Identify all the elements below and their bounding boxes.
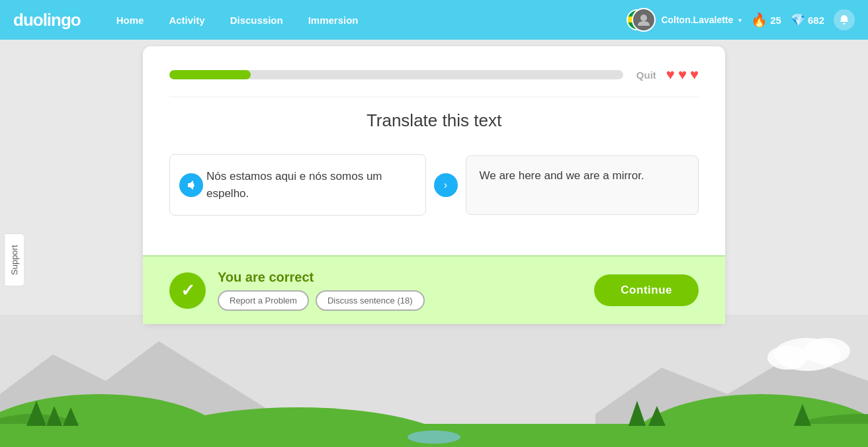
heart-3: ♥ (690, 66, 699, 83)
support-label: Support (9, 245, 19, 276)
streak-count: 25 (770, 15, 781, 26)
heart-1: ♥ (666, 66, 675, 83)
nav-discussion[interactable]: Discussion (221, 9, 292, 31)
arrow-icon: › (444, 179, 447, 191)
flag-avatar (627, 8, 656, 32)
bell-icon (839, 15, 849, 25)
nav-immersion[interactable]: Immersion (299, 9, 368, 31)
translation-area: Nós estamos aqui e nós somos um espelho.… (169, 154, 699, 216)
divider (169, 97, 699, 97)
action-buttons: Report a Problem Discuss sentence (18) (218, 290, 425, 311)
gems-stat: 💎 682 (791, 13, 824, 27)
progress-area: Quit ♥ ♥ ♥ (169, 66, 699, 83)
progress-bar-container (169, 70, 623, 79)
success-text-area: You are correct Report a Problem Discuss… (218, 270, 425, 311)
checkmark-circle: ✓ (169, 272, 206, 309)
notification-bell[interactable] (834, 9, 855, 30)
heart-2: ♥ (678, 66, 687, 83)
speaker-icon (186, 180, 196, 190)
nav-activity[interactable]: Activity (159, 9, 214, 31)
logo-text: duolingo (13, 10, 81, 30)
main-content: Quit ♥ ♥ ♥ Translate this text Nós estam… (0, 40, 868, 447)
quit-button[interactable]: Quit (636, 69, 656, 81)
logo[interactable]: duolingo (13, 10, 81, 30)
success-left: ✓ You are correct Report a Problem Discu… (169, 270, 425, 311)
user-profile[interactable]: Colton.Lavalette ▾ (627, 8, 742, 32)
chevron-down-icon: ▾ (738, 17, 742, 24)
support-tab[interactable]: Support (4, 234, 24, 287)
checkmark-icon: ✓ (181, 280, 195, 301)
progress-fill (169, 70, 251, 79)
streak-stat: 🔥 25 (751, 12, 781, 28)
translation-text: We are here and we are a mirror. (480, 169, 644, 182)
source-box: Nós estamos aqui e nós somos um espelho. (169, 154, 426, 216)
question-title: Translate this text (169, 110, 699, 131)
source-text: Nós estamos aqui e nós somos um espelho. (206, 170, 382, 200)
continue-button[interactable]: Continue (594, 274, 699, 306)
gem-icon: 💎 (791, 13, 805, 27)
gems-count: 682 (808, 15, 824, 26)
fire-icon: 🔥 (751, 12, 767, 28)
svg-point-0 (640, 15, 647, 21)
arrow-separator: › (434, 173, 458, 197)
correct-label: You are correct (218, 270, 425, 285)
quiz-card: Quit ♥ ♥ ♥ Translate this text Nós estam… (143, 46, 725, 324)
main-nav: Home Activity Discussion Immersion (107, 9, 627, 31)
speaker-button[interactable] (179, 173, 203, 197)
hearts-container: ♥ ♥ ♥ (666, 66, 699, 83)
avatar-icon (636, 13, 651, 27)
header-right: Colton.Lavalette ▾ 🔥 25 💎 682 (627, 8, 855, 32)
nav-home[interactable]: Home (107, 9, 153, 31)
discuss-sentence-button[interactable]: Discuss sentence (18) (316, 290, 425, 311)
report-problem-button[interactable]: Report a Problem (218, 290, 309, 311)
username: Colton.Lavalette (661, 15, 733, 25)
header: duolingo Home Activity Discussion Immers… (0, 0, 868, 40)
avatar (632, 8, 656, 32)
success-banner: ✓ You are correct Report a Problem Discu… (143, 255, 725, 324)
translation-input-box[interactable]: We are here and we are a mirror. (466, 155, 699, 215)
